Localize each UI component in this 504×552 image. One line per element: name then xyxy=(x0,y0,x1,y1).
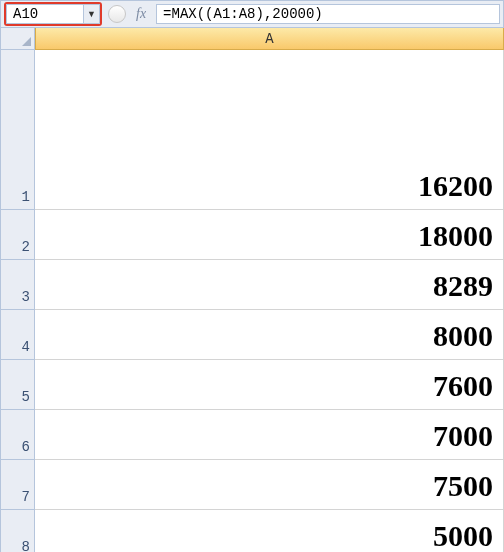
column-header-a[interactable]: A xyxy=(35,28,504,50)
cell-a8[interactable]: 5000 xyxy=(35,510,504,552)
name-box[interactable]: A10 xyxy=(6,4,84,24)
row-header[interactable]: 7 xyxy=(0,460,35,510)
cancel-icon[interactable] xyxy=(108,5,126,23)
row-header[interactable]: 4 xyxy=(0,310,35,360)
row-header[interactable]: 1 xyxy=(0,50,35,210)
cell-a6[interactable]: 7000 xyxy=(35,410,504,460)
name-box-highlight: A10 ▼ xyxy=(4,2,102,26)
row-header[interactable]: 3 xyxy=(0,260,35,310)
cell-a1[interactable]: 16200 xyxy=(35,50,504,210)
cell-a3[interactable]: 8289 xyxy=(35,260,504,310)
row-header[interactable]: 5 xyxy=(0,360,35,410)
cell-a4[interactable]: 8000 xyxy=(35,310,504,360)
cell-a2[interactable]: 18000 xyxy=(35,210,504,260)
formula-input[interactable]: =MAX((A1:A8),20000) xyxy=(156,4,500,24)
cell-a5[interactable]: 7600 xyxy=(35,360,504,410)
spreadsheet-grid: A 1 16200 2 18000 3 8289 4 8000 5 7600 6… xyxy=(0,28,504,552)
row-header[interactable]: 6 xyxy=(0,410,35,460)
fx-icon[interactable]: fx xyxy=(132,6,150,22)
formula-bar: A10 ▼ fx =MAX((A1:A8),20000) xyxy=(0,0,504,28)
row-header[interactable]: 2 xyxy=(0,210,35,260)
name-box-dropdown[interactable]: ▼ xyxy=(84,4,100,24)
row-header[interactable]: 8 xyxy=(0,510,35,552)
select-all-corner[interactable] xyxy=(0,28,35,50)
cell-a7[interactable]: 7500 xyxy=(35,460,504,510)
